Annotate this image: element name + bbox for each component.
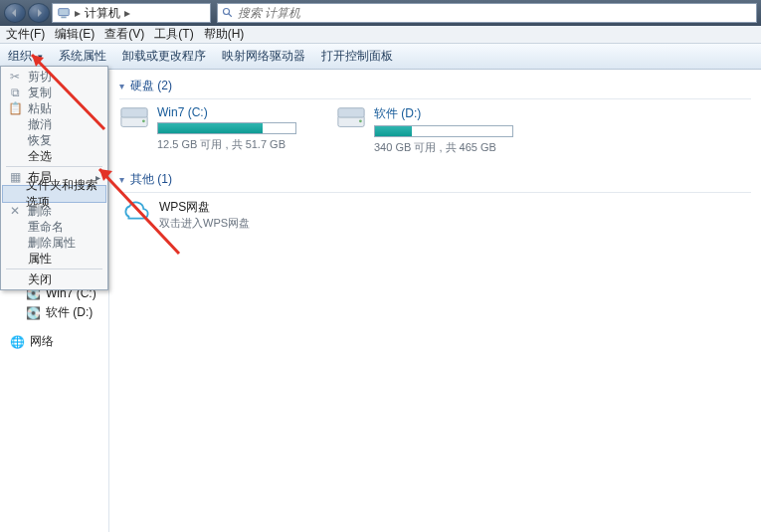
breadcrumb-sep2: ▸	[124, 6, 130, 20]
toolbar-map-drive[interactable]: 映射网络驱动器	[222, 48, 305, 65]
cloud-icon	[119, 199, 149, 225]
cloud-name: WPS网盘	[159, 199, 250, 216]
organize-menu: ✂剪切 ⧉复制 📋粘贴 撤消 恢复 全选 ▦布局 文件夹和搜索选项 ✕删除 重命…	[0, 66, 108, 290]
sidebar-drive-d[interactable]: 💽 软件 (D:)	[0, 302, 108, 323]
menu-select-all[interactable]: 全选	[2, 148, 106, 164]
layout-icon: ▦	[8, 170, 22, 184]
toolbar-system-properties[interactable]: 系统属性	[59, 48, 106, 65]
svg-rect-10	[338, 108, 364, 117]
toolbar-organize[interactable]: 组织 ▾	[8, 48, 43, 65]
network-icon: 🌐	[10, 335, 24, 349]
toolbar-uninstall[interactable]: 卸载或更改程序	[122, 48, 206, 65]
menu-remove-props[interactable]: 删除属性	[2, 235, 106, 251]
cloud-subtitle: 双击进入WPS网盘	[159, 216, 250, 231]
drives-list: Win7 (C:) 12.5 GB 可用 , 共 51.7 GB 软件 (D:)…	[119, 105, 751, 155]
menu-undo[interactable]: 撤消	[2, 116, 106, 132]
chevron-down-icon: ▾	[38, 52, 43, 62]
computer-icon	[57, 6, 71, 20]
drive-d-name: 软件 (D:)	[374, 105, 513, 122]
drive-d-fill	[375, 126, 412, 136]
drive-d[interactable]: 软件 (D:) 340 GB 可用 , 共 465 GB	[336, 105, 513, 155]
main-pane: ▾ 硬盘 (2) Win7 (C:) 12.5 GB 可用 , 共 51.7 G…	[109, 70, 761, 532]
copy-icon: ⧉	[8, 86, 22, 99]
menu-tools[interactable]: 工具(T)	[154, 26, 193, 43]
hdd-icon	[119, 105, 149, 131]
collapse-icon: ▾	[119, 81, 124, 91]
menu-cut[interactable]: ✂剪切	[2, 69, 106, 85]
sidebar-network[interactable]: 🌐 网络	[0, 331, 108, 352]
drive-c-bar	[157, 122, 296, 134]
search-input[interactable]: 搜索 计算机	[217, 3, 757, 23]
menu-help[interactable]: 帮助(H)	[204, 26, 245, 43]
drive-c[interactable]: Win7 (C:) 12.5 GB 可用 , 共 51.7 GB	[119, 105, 296, 155]
search-placeholder: 搜索 计算机	[238, 5, 300, 22]
menu-bar: 文件(F) 编辑(E) 查看(V) 工具(T) 帮助(H)	[0, 26, 761, 44]
paste-icon: 📋	[8, 101, 22, 115]
menu-redo[interactable]: 恢复	[2, 132, 106, 148]
menu-close[interactable]: 关闭	[2, 271, 106, 287]
nav-back-button[interactable]	[4, 3, 26, 23]
menu-file[interactable]: 文件(F)	[6, 26, 45, 43]
svg-rect-1	[61, 17, 66, 19]
drive-c-stats: 12.5 GB 可用 , 共 51.7 GB	[157, 137, 296, 152]
toolbar: 组织 ▾ 系统属性 卸载或更改程序 映射网络驱动器 打开控制面板 ✂剪切 ⧉复制…	[0, 44, 761, 70]
svg-line-3	[229, 14, 232, 17]
cut-icon: ✂	[8, 70, 22, 84]
section-drives-header[interactable]: ▾ 硬盘 (2)	[119, 76, 751, 99]
menu-paste[interactable]: 📋粘贴	[2, 100, 106, 116]
drive-icon: 💽	[26, 306, 40, 320]
toolbar-organize-label: 组织	[8, 48, 32, 65]
nav-forward-button[interactable]	[28, 3, 50, 23]
hdd-icon	[336, 105, 366, 131]
breadcrumb[interactable]: ▸ 计算机 ▸	[52, 3, 211, 23]
delete-icon: ✕	[8, 204, 22, 218]
menu-folder-search-options[interactable]: 文件夹和搜索选项	[2, 185, 106, 203]
menu-rename[interactable]: 重命名	[2, 219, 106, 235]
breadcrumb-sep: ▸	[75, 6, 81, 20]
search-icon	[222, 7, 234, 19]
content-area: 🎵 音乐 计算机 💽 Win7 (C:) 💽 软件 (D:) 🌐 网络 ▾ 硬盘…	[0, 70, 761, 532]
menu-copy[interactable]: ⧉复制	[2, 85, 106, 100]
menu-edit[interactable]: 编辑(E)	[55, 26, 95, 43]
svg-point-11	[359, 119, 362, 122]
breadcrumb-label: 计算机	[85, 5, 120, 22]
menu-view[interactable]: 查看(V)	[104, 26, 144, 43]
svg-rect-0	[59, 9, 70, 16]
svg-rect-7	[121, 108, 147, 117]
window-nav: ▸ 计算机 ▸ 搜索 计算机	[0, 0, 761, 26]
toolbar-control-panel[interactable]: 打开控制面板	[321, 48, 393, 65]
drive-d-stats: 340 GB 可用 , 共 465 GB	[374, 140, 513, 155]
collapse-icon: ▾	[119, 174, 124, 185]
menu-properties[interactable]: 属性	[2, 251, 106, 266]
svg-point-8	[142, 119, 145, 122]
svg-point-2	[224, 9, 230, 15]
drive-d-bar	[374, 125, 513, 137]
drive-c-name: Win7 (C:)	[157, 105, 296, 119]
section-other-header[interactable]: ▾ 其他 (1)	[119, 169, 751, 193]
wps-cloud-item[interactable]: WPS网盘 双击进入WPS网盘	[119, 199, 751, 231]
drive-c-fill	[158, 123, 263, 133]
